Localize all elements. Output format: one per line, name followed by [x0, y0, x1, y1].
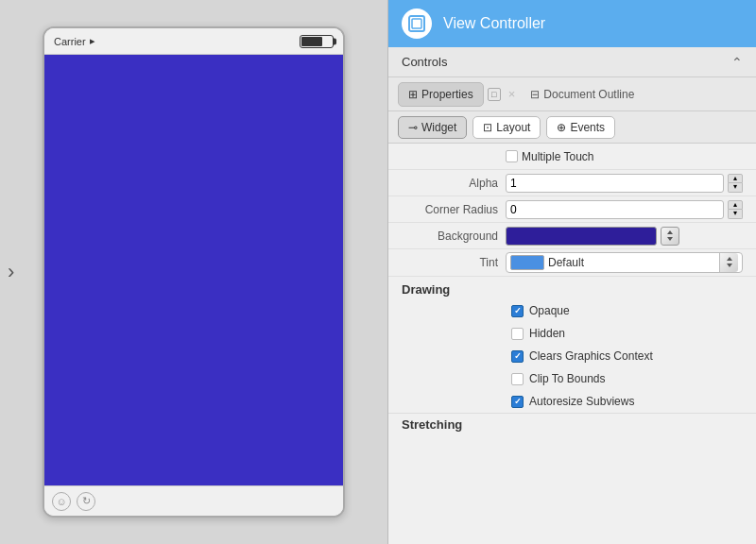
tint-dropdown-arrow[interactable] [719, 253, 738, 272]
events-tab-button[interactable]: ⊕ Events [546, 116, 615, 139]
properties-label: Properties [421, 88, 473, 101]
corner-radius-input[interactable] [506, 200, 724, 219]
corner-radius-row: Corner Radius ▴ ▾ [388, 196, 756, 223]
tint-row: Tint Default [388, 249, 756, 277]
doc-outline-icon: ⊟ [530, 88, 540, 101]
simulator-panel: › Carrier ▸ ☺ ↻ [0, 0, 387, 544]
background-row: Background [388, 223, 756, 249]
svg-marker-2 [667, 230, 673, 234]
bottom-bar: ☺ ↻ [44, 485, 343, 516]
clears-graphics-checkbox[interactable] [511, 350, 524, 363]
properties-icon: ⊞ [408, 88, 418, 101]
clip-bounds-row: Clip To Bounds [388, 367, 756, 390]
opaque-checkbox[interactable] [511, 305, 524, 317]
corner-radius-label: Corner Radius [402, 203, 506, 216]
corner-radius-stepper-down[interactable]: ▾ [728, 210, 743, 219]
properties-content-area: Multiple Touch Alpha ▴ ▾ Corner Radius [388, 144, 756, 544]
refresh-icon[interactable]: ↻ [77, 492, 95, 511]
hidden-checkbox[interactable] [511, 328, 524, 340]
alpha-stepper-down[interactable]: ▾ [728, 183, 743, 193]
vc-header: View Controller [388, 0, 756, 47]
background-label: Background [402, 230, 506, 243]
iphone-frame: Carrier ▸ ☺ ↻ [43, 26, 345, 518]
background-color-swatch[interactable] [506, 227, 657, 246]
clip-bounds-label: Clip To Bounds [529, 372, 606, 385]
vc-icon [402, 8, 432, 39]
status-bar: Carrier ▸ [44, 28, 343, 55]
background-dropdown-button[interactable] [661, 227, 679, 246]
layout-label: Layout [496, 121, 530, 134]
autoresize-row: Autoresize Subviews [388, 390, 756, 413]
layout-tab-button[interactable]: ⊡ Layout [472, 116, 541, 139]
tint-value: Default [506, 252, 743, 273]
events-label: Events [570, 121, 605, 134]
view-content [44, 55, 343, 485]
corner-radius-stepper-up[interactable]: ▴ [728, 200, 743, 210]
vc-title: View Controller [443, 15, 545, 32]
tint-default-label: Default [548, 256, 584, 269]
tint-dropdown[interactable]: Default [506, 252, 743, 273]
stretching-header: Stretching [402, 417, 462, 432]
widget-icon: ⊸ [408, 121, 418, 134]
events-icon: ⊕ [557, 121, 566, 134]
widget-label: Widget [421, 121, 456, 134]
clip-bounds-checkbox[interactable] [511, 373, 524, 385]
opaque-row: Opaque [388, 299, 756, 322]
controls-label: Controls [402, 55, 447, 69]
hidden-label: Hidden [529, 327, 565, 340]
corner-radius-stepper[interactable]: ▴ ▾ [728, 200, 743, 219]
stretching-row: Stretching [388, 413, 756, 435]
multiple-touch-row: Multiple Touch [388, 144, 756, 170]
controls-collapse-button[interactable]: ⌃ [731, 55, 743, 70]
tint-label: Tint [402, 256, 506, 269]
layout-icon: ⊡ [483, 121, 492, 134]
hidden-row: Hidden [388, 322, 756, 345]
corner-radius-value: ▴ ▾ [506, 200, 743, 219]
alpha-label: Alpha [402, 177, 506, 190]
multiple-touch-checkbox[interactable] [506, 150, 518, 162]
alpha-stepper-up[interactable]: ▴ [728, 174, 743, 183]
clears-graphics-label: Clears Graphics Context [529, 349, 653, 363]
svg-marker-3 [667, 237, 673, 241]
tab-close-button[interactable]: □ [488, 88, 501, 101]
tab-doc-outline[interactable]: ⊟ Document Outline [523, 88, 642, 101]
smiley-icon[interactable]: ☺ [52, 492, 71, 511]
arrow-icon: › [8, 260, 14, 284]
multiple-touch-value: Multiple Touch [506, 150, 743, 163]
carrier-label: Carrier [54, 36, 86, 47]
inspector-panel: View Controller Controls ⌃ ⊞ Properties … [387, 0, 756, 544]
svg-marker-5 [727, 264, 732, 267]
multiple-touch-label: Multiple Touch [522, 150, 594, 163]
wifi-icon: ▸ [90, 35, 95, 47]
alpha-value: ▴ ▾ [506, 174, 743, 193]
widget-row: ⊸ Widget ⊡ Layout ⊕ Events [388, 111, 756, 144]
autoresize-label: Autoresize Subviews [529, 395, 634, 408]
doc-outline-label: Document Outline [543, 88, 634, 101]
alpha-row: Alpha ▴ ▾ [388, 170, 756, 196]
widget-tab-button[interactable]: ⊸ Widget [398, 116, 467, 139]
drawing-header: Drawing [388, 277, 756, 299]
alpha-input[interactable] [506, 174, 724, 193]
tab-properties[interactable]: ⊞ Properties [398, 82, 484, 107]
background-value [506, 227, 743, 246]
clears-graphics-row: Clears Graphics Context [388, 345, 756, 367]
autoresize-checkbox[interactable] [511, 396, 524, 408]
alpha-stepper[interactable]: ▴ ▾ [728, 174, 743, 193]
status-left: Carrier ▸ [54, 35, 95, 47]
svg-marker-4 [727, 257, 732, 261]
properties-scroll[interactable]: Multiple Touch Alpha ▴ ▾ Corner Radius [388, 144, 756, 544]
battery-icon [300, 35, 334, 48]
svg-rect-1 [412, 19, 421, 28]
tabs-row: ⊞ Properties □ × ⊟ Document Outline [388, 77, 756, 111]
tab-separator: × [505, 87, 520, 101]
tint-color-swatch [510, 255, 544, 270]
controls-row: Controls ⌃ [388, 47, 756, 77]
opaque-label: Opaque [529, 304, 570, 317]
